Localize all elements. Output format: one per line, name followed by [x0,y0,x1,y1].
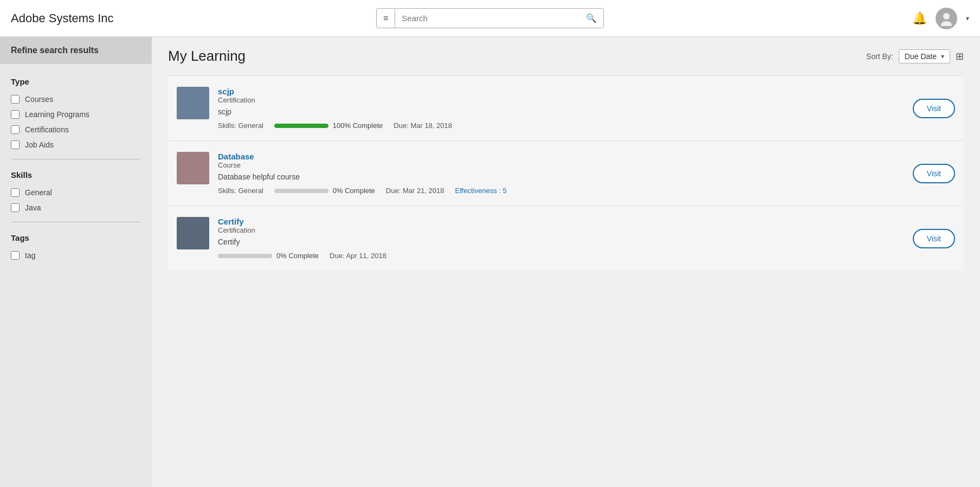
tag-checkbox[interactable] [11,251,20,260]
scjp-meta: Skills: General 100% Complete Due: Mar 1… [218,121,904,130]
scjp-body: scjp Certification scjp Skills: General … [218,87,904,130]
notification-bell-icon[interactable]: 🔔 [912,11,927,25]
certify-due-date: Due: Apr 11, 2018 [330,252,386,260]
certify-type: Certification [218,226,904,234]
courses-label: Courses [25,95,53,104]
certify-progress-text: 0% Complete [276,252,319,260]
learning-item-certify: Certify Certification Certify 0% Complet… [168,206,964,271]
type-section-title: Type [0,73,152,92]
scjp-progress-bar-bg [274,124,328,128]
sidebar-item-tag[interactable]: tag [0,248,152,263]
certify-progress-bar-bg [218,254,272,258]
certifications-checkbox[interactable] [11,125,20,134]
scjp-progress-bar-fill [274,124,328,128]
svg-point-0 [943,13,950,20]
skills-tags-divider [11,222,141,222]
scjp-skills: Skills: General [218,121,263,130]
page-title: My Learning [168,48,246,65]
app-title: Adobe Systems Inc [11,11,114,25]
search-menu-button[interactable]: ≡ [377,9,395,28]
sidebar-item-certifications[interactable]: Certifications [0,122,152,137]
database-due-date: Due: Mar 21, 2018 [386,187,444,195]
database-visit-button[interactable]: Visit [913,164,955,183]
learning-programs-checkbox[interactable] [11,110,20,119]
sort-by-label: Sort By: [866,52,893,61]
certify-title[interactable]: Certify [218,217,904,226]
tag-label: tag [25,251,35,260]
scjp-description: scjp [218,107,904,116]
certify-visit-button[interactable]: Visit [913,229,955,248]
sort-value: Due Date [905,52,937,61]
main-layout: Refine search results Type Courses Learn… [0,37,980,487]
scjp-title[interactable]: scjp [218,87,904,96]
scjp-progress-text: 100% Complete [333,121,383,130]
grid-view-icon[interactable]: ⊞ [956,50,964,62]
search-submit-button[interactable]: 🔍 [579,9,603,28]
header-right: 🔔 ▾ [912,8,969,29]
tags-section-title: Tags [0,229,152,248]
java-checkbox[interactable] [11,203,20,212]
scjp-progress-wrapper: 100% Complete [274,121,383,130]
sidebar-item-courses[interactable]: Courses [0,92,152,107]
database-description: Database helpful course [218,172,904,181]
courses-checkbox[interactable] [11,95,20,104]
job-aids-checkbox[interactable] [11,140,20,149]
database-skills: Skills: General [218,187,263,195]
skills-section-title: Skills [0,166,152,185]
certify-body: Certify Certification Certify 0% Complet… [218,217,904,260]
scjp-thumbnail [177,87,209,119]
learning-item-scjp: scjp Certification scjp Skills: General … [168,75,964,140]
scjp-type: Certification [218,96,904,104]
sidebar: Refine search results Type Courses Learn… [0,37,152,487]
refine-header: Refine search results [0,37,152,64]
avatar-chevron-icon[interactable]: ▾ [966,15,969,22]
scjp-visit-button[interactable]: Visit [913,99,955,118]
sidebar-item-java[interactable]: Java [0,200,152,215]
database-thumbnail [177,152,209,184]
learning-item-database: Database Course Database helpful course … [168,140,964,206]
database-body: Database Course Database helpful course … [218,152,904,195]
sort-select[interactable]: Due Date ▾ [899,49,950,63]
general-checkbox[interactable] [11,188,20,197]
database-type: Course [218,161,904,169]
certify-thumbnail [177,217,209,249]
search-bar: ≡ 🔍 [376,8,604,28]
svg-point-1 [941,21,952,26]
sidebar-item-learning-programs[interactable]: Learning Programs [0,107,152,122]
database-progress-bar-bg [274,189,328,193]
sort-chevron-icon: ▾ [941,53,944,60]
content-header: My Learning Sort By: Due Date ▾ ⊞ [168,48,964,65]
type-skills-divider [11,159,141,159]
header: Adobe Systems Inc ≡ 🔍 🔔 ▾ [0,0,980,37]
sort-controls: Sort By: Due Date ▾ ⊞ [866,49,964,63]
database-title[interactable]: Database [218,152,904,161]
database-progress-text: 0% Complete [333,187,375,195]
sidebar-item-general[interactable]: General [0,185,152,200]
database-meta: Skills: General 0% Complete Due: Mar 21,… [218,187,904,195]
search-input[interactable] [395,9,579,27]
certify-progress-wrapper: 0% Complete [218,252,319,260]
general-label: General [25,188,52,197]
job-aids-label: Job Aids [25,140,54,149]
database-effectiveness[interactable]: Effectiveness : 5 [455,187,507,195]
database-progress-wrapper: 0% Complete [274,187,375,195]
java-label: Java [25,203,41,212]
sidebar-item-job-aids[interactable]: Job Aids [0,137,152,152]
certify-meta: 0% Complete Due: Apr 11, 2018 [218,252,904,260]
certify-description: Certify [218,238,904,246]
scjp-due-date: Due: Mar 18, 2018 [394,121,452,130]
certifications-label: Certifications [25,125,69,134]
learning-programs-label: Learning Programs [25,110,89,119]
learning-list: scjp Certification scjp Skills: General … [168,75,964,271]
avatar[interactable] [936,8,957,29]
search-bar-container: ≡ 🔍 [376,8,604,28]
content-area: My Learning Sort By: Due Date ▾ ⊞ scjp C… [152,37,980,487]
